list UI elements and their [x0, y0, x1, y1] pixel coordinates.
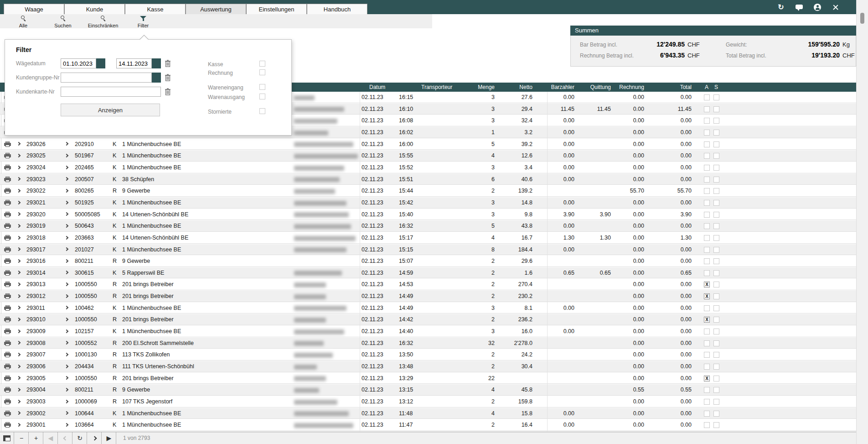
a-checkbox[interactable]: X	[704, 282, 710, 287]
print-icon[interactable]	[4, 317, 11, 323]
close-icon[interactable]	[832, 3, 840, 11]
table-row[interactable]: 293001103664K1 Münchenbuchsee BE02.11.23…	[0, 419, 856, 431]
expand-chevron-icon[interactable]	[17, 376, 21, 380]
a-checkbox[interactable]	[704, 352, 710, 358]
expand-chevron-icon[interactable]	[17, 259, 21, 262]
expand-chevron-icon[interactable]	[65, 247, 68, 251]
s-checkbox[interactable]	[713, 130, 719, 136]
expand-chevron-icon[interactable]	[65, 411, 68, 415]
zoom-out-button[interactable]: −	[15, 432, 29, 444]
expand-chevron-icon[interactable]	[65, 317, 68, 321]
a-checkbox[interactable]	[704, 340, 710, 346]
s-checkbox[interactable]	[713, 387, 719, 393]
s-checkbox[interactable]	[713, 188, 719, 194]
table-row[interactable]: 2930051000550R201 brings Betreiber02.11.…	[0, 373, 856, 384]
checkbox-rechnung[interactable]	[259, 69, 265, 75]
a-checkbox[interactable]	[704, 177, 710, 183]
a-checkbox[interactable]	[704, 106, 710, 112]
print-icon[interactable]	[4, 364, 11, 370]
tab-kunde[interactable]: Kunde	[64, 4, 125, 14]
a-checkbox[interactable]: X	[704, 293, 710, 299]
calendar-button[interactable]	[152, 58, 161, 68]
s-checkbox[interactable]	[713, 247, 719, 253]
first-page-button[interactable]: ◀	[44, 432, 58, 444]
s-checkbox[interactable]	[713, 94, 719, 100]
print-icon[interactable]	[4, 177, 11, 183]
expand-chevron-icon[interactable]	[17, 294, 21, 298]
print-icon[interactable]	[4, 293, 11, 299]
a-checkbox[interactable]: X	[704, 317, 710, 323]
checkbox-stornierte[interactable]	[259, 108, 265, 114]
user-icon[interactable]	[813, 3, 822, 11]
s-checkbox[interactable]	[713, 258, 719, 264]
expand-chevron-icon[interactable]	[17, 399, 21, 403]
a-checkbox[interactable]: X	[704, 376, 710, 381]
refresh-icon[interactable]: ↻	[777, 3, 785, 11]
scrollbar-thumb[interactable]	[860, 13, 864, 24]
table-row[interactable]: 293004800211R9 Gewerbe02.11.2313:15445.8…	[0, 384, 856, 396]
table-row[interactable]: 2930031000069R107 TKS Jegenstorf02.11.23…	[0, 396, 856, 407]
table-row[interactable]: 2930101000550R201 brings Betreiber02.11.…	[0, 314, 856, 325]
col-transporteur[interactable]: Transporteur	[421, 83, 452, 92]
last-page-button[interactable]: ▶	[102, 432, 116, 444]
anzeigen-button[interactable]: Anzeigen	[61, 104, 160, 116]
table-row[interactable]: 293019500643K1 Münchenbuchsee BE02.11.23…	[0, 220, 856, 232]
expand-chevron-icon[interactable]	[65, 423, 68, 426]
table-row[interactable]: 293024202465K1 Münchenbuchsee BE02.11.23…	[0, 162, 856, 173]
a-checkbox[interactable]	[704, 94, 710, 100]
trash-icon[interactable]	[165, 60, 171, 67]
table-row[interactable]: 293026202910K1 Münchenbuchsee BE02.11.23…	[0, 139, 856, 150]
table-row[interactable]: 293018203663K14 Urtenen-Schönbühl BE02.1…	[0, 232, 856, 244]
expand-chevron-icon[interactable]	[17, 317, 21, 321]
s-checkbox[interactable]	[713, 293, 719, 299]
print-icon[interactable]	[4, 200, 11, 206]
print-icon[interactable]	[4, 422, 11, 428]
s-checkbox[interactable]	[713, 235, 719, 241]
expand-chevron-icon[interactable]	[65, 352, 68, 356]
a-checkbox[interactable]	[704, 200, 710, 206]
a-checkbox[interactable]	[704, 247, 710, 253]
chat-icon[interactable]	[795, 3, 803, 11]
trash-icon[interactable]	[165, 74, 171, 81]
a-checkbox[interactable]	[704, 305, 710, 311]
prev-page-button[interactable]	[58, 432, 72, 444]
table-row[interactable]: 293014300615K5 Rapperswil BE02.11.2314:5…	[0, 267, 856, 278]
print-icon[interactable]	[4, 212, 11, 218]
table-row[interactable]: 293016800211R9 Gewerbe02.11.2315:07229.6…	[0, 256, 856, 267]
col-barzahler[interactable]: Barzahler	[533, 83, 574, 92]
expand-chevron-icon[interactable]	[65, 282, 68, 286]
tab-einstellungen[interactable]: Einstellungen	[246, 4, 307, 14]
col-total[interactable]: Total	[651, 83, 692, 92]
a-checkbox[interactable]	[704, 258, 710, 264]
expand-chevron-icon[interactable]	[65, 271, 68, 274]
col-datum[interactable]: Datum	[369, 83, 385, 92]
checkbox-warenausgang[interactable]	[259, 94, 265, 99]
s-checkbox[interactable]	[713, 376, 719, 381]
expand-chevron-icon[interactable]	[65, 294, 68, 298]
tab-kasse[interactable]: Kasse	[125, 4, 186, 14]
picker-button[interactable]	[152, 73, 161, 83]
expand-chevron-icon[interactable]	[65, 399, 68, 403]
s-checkbox[interactable]	[713, 153, 719, 159]
print-icon[interactable]	[4, 387, 11, 393]
a-checkbox[interactable]	[704, 223, 710, 229]
print-icon[interactable]	[4, 411, 11, 417]
toolbar-filter-button[interactable]: Filter	[127, 15, 159, 28]
table-row[interactable]: 293011100462K1 Münchenbuchsee BE02.11.23…	[0, 303, 856, 313]
table-row[interactable]: 293009102157K1 Münchenbuchsee BE02.11.23…	[0, 326, 856, 337]
a-checkbox[interactable]	[704, 118, 710, 124]
expand-chevron-icon[interactable]	[17, 282, 21, 286]
table-row[interactable]: 2930121000550R201 brings Betreiber02.11.…	[0, 291, 856, 302]
date-to-input[interactable]	[116, 58, 152, 68]
expand-chevron-icon[interactable]	[65, 376, 68, 380]
expand-chevron-icon[interactable]	[65, 341, 68, 345]
col-s[interactable]: S	[714, 83, 718, 92]
expand-chevron-icon[interactable]	[17, 235, 21, 239]
a-checkbox[interactable]	[704, 130, 710, 136]
print-icon[interactable]	[4, 329, 11, 334]
print-icon[interactable]	[4, 270, 11, 276]
col-a[interactable]: A	[705, 83, 708, 92]
expand-chevron-icon[interactable]	[17, 247, 21, 251]
print-icon[interactable]	[4, 188, 11, 194]
expand-chevron-icon[interactable]	[65, 200, 68, 204]
